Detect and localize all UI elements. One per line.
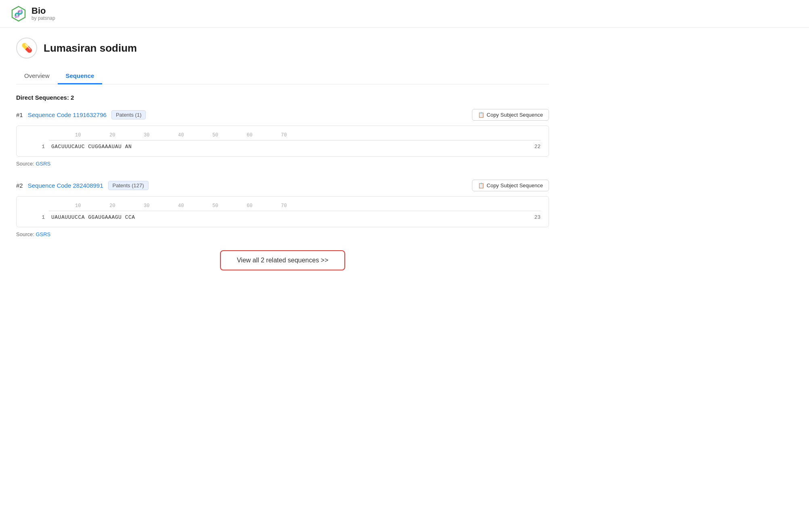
sequence-1-header: #1 Sequence Code 1191632796 Patents (1) … [16, 109, 549, 121]
sequence-2-display: 10 20 30 40 50 60 70 1 UAUAUUUCCA GGAUGA… [16, 196, 549, 227]
ruler-mark-30: 30 [144, 132, 149, 138]
ruler2-mark-20: 20 [109, 203, 115, 209]
sequence-1-source-label: Source: [16, 161, 34, 167]
drug-title: Lumasiran sodium [44, 42, 137, 54]
ruler2-mark-30: 30 [144, 203, 149, 209]
sequence-2-patents[interactable]: Patents (127) [108, 181, 149, 190]
app-subtitle: by patsnap [31, 15, 55, 21]
sequence-1-code-link[interactable]: Sequence Code 1191632796 [28, 111, 107, 118]
sequence-1-line-num: 1 [25, 144, 45, 150]
ruler-mark-70: 70 [281, 132, 287, 138]
sequence-1-ruler: 10 20 30 40 50 60 70 [49, 132, 541, 140]
logo-icon: 🧬 [10, 5, 27, 23]
sequence-2-index: #2 [16, 182, 23, 189]
ruler2-mark-60: 60 [247, 203, 252, 209]
logo-text: Bio by patsnap [31, 6, 55, 21]
tab-sequence[interactable]: Sequence [58, 68, 103, 84]
sequence-block-1: #1 Sequence Code 1191632796 Patents (1) … [16, 109, 549, 167]
sequence-1-copy-label: Copy Subject Sequence [487, 112, 543, 118]
sequence-2-data: UAUAUUUCCA GGAUGAAAGU CCA [51, 214, 524, 220]
sequence-2-copy-button[interactable]: 📋 Copy Subject Sequence [472, 180, 549, 191]
sequence-2-source-link[interactable]: GSRS [36, 231, 50, 237]
copy-icon: 📋 [478, 112, 484, 118]
sequence-1-header-left: #1 Sequence Code 1191632796 Patents (1) [16, 110, 146, 119]
sequence-2-copy-label: Copy Subject Sequence [487, 182, 543, 189]
section-title: Direct Sequences: 2 [16, 94, 549, 101]
ruler-mark-60: 60 [247, 132, 252, 138]
tab-overview[interactable]: Overview [16, 68, 58, 84]
ruler-mark-40: 40 [178, 132, 184, 138]
ruler2-mark-40: 40 [178, 203, 184, 209]
app-header: 🧬 Bio by patsnap [0, 0, 809, 28]
ruler-mark-50: 50 [212, 132, 218, 138]
main-content: 💊 Lumasiran sodium Overview Sequence Dir… [0, 28, 565, 296]
sequence-1-source: Source: GSRS [16, 161, 549, 167]
tabs-container: Overview Sequence [16, 68, 549, 84]
sequence-2-end-num: 23 [524, 214, 541, 220]
sequence-1-data-row: 1 GACUUUCAUC CUGGAAAUAU AN 22 [25, 144, 541, 150]
drug-header: 💊 Lumasiran sodium [16, 38, 549, 59]
ruler-mark-10: 10 [75, 132, 81, 138]
ruler-mark-20: 20 [109, 132, 115, 138]
sequence-2-header: #2 Sequence Code 282408991 Patents (127)… [16, 180, 549, 191]
drug-icon: 💊 [16, 38, 37, 59]
sequence-2-data-row: 1 UAUAUUUCCA GGAUGAAAGU CCA 23 [25, 214, 541, 220]
view-all-sequences-button[interactable]: View all 2 related sequences >> [220, 250, 346, 270]
sequence-1-end-num: 22 [524, 144, 541, 150]
logo-container: 🧬 Bio by patsnap [10, 5, 55, 23]
sequence-1-source-link[interactable]: GSRS [36, 161, 50, 167]
sequence-1-index: #1 [16, 111, 23, 118]
sequence-block-2: #2 Sequence Code 282408991 Patents (127)… [16, 180, 549, 237]
sequence-2-source: Source: GSRS [16, 231, 549, 237]
copy-icon-2: 📋 [478, 182, 484, 189]
drug-icon-glyph: 💊 [21, 43, 32, 53]
ruler2-mark-50: 50 [212, 203, 218, 209]
svg-text:🧬: 🧬 [14, 9, 23, 18]
sequence-2-code-link[interactable]: Sequence Code 282408991 [28, 182, 103, 189]
ruler2-mark-10: 10 [75, 203, 81, 209]
sequence-1-patents[interactable]: Patents (1) [111, 110, 146, 119]
ruler2-mark-70: 70 [281, 203, 287, 209]
view-all-container: View all 2 related sequences >> [16, 250, 549, 270]
sequence-2-line-num: 1 [25, 214, 45, 220]
app-name: Bio [31, 6, 55, 15]
sequence-1-display: 10 20 30 40 50 60 70 1 GACUUUCAUC CUGGAA… [16, 126, 549, 157]
sequence-2-source-label: Source: [16, 231, 34, 237]
sequence-2-ruler: 10 20 30 40 50 60 70 [49, 203, 541, 211]
sequence-1-data: GACUUUCAUC CUGGAAAUAU AN [51, 144, 524, 150]
sequence-2-header-left: #2 Sequence Code 282408991 Patents (127) [16, 181, 149, 190]
sequence-1-copy-button[interactable]: 📋 Copy Subject Sequence [472, 109, 549, 121]
